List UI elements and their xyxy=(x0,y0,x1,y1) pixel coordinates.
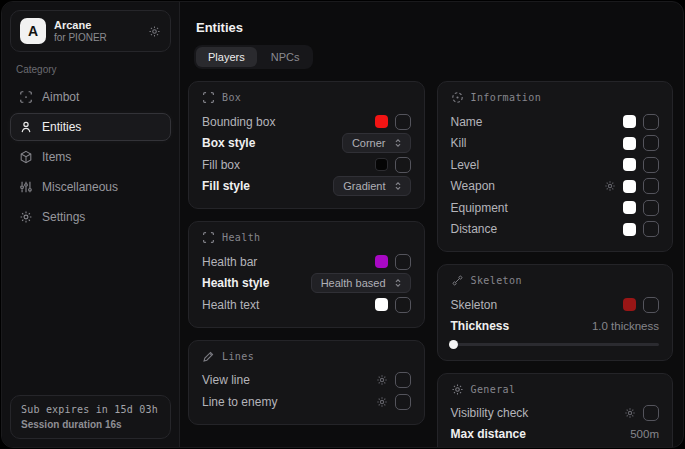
setting-row-max-distance: Max distance 500m xyxy=(451,424,660,444)
chevron-up-down-icon xyxy=(393,181,403,191)
panel-information: Information Name Kill xyxy=(437,81,674,252)
checkbox[interactable] xyxy=(643,114,659,130)
checkbox[interactable] xyxy=(643,405,659,421)
chevron-up-down-icon xyxy=(393,138,403,148)
setting-row-fill-box: Fill box xyxy=(202,154,411,176)
brand-initial: A xyxy=(28,23,38,39)
panel-general: General Visibility check Max distance 50… xyxy=(437,373,674,448)
checkbox[interactable] xyxy=(643,221,659,237)
gear-icon[interactable] xyxy=(148,25,161,38)
bone-icon xyxy=(451,274,464,287)
checkbox[interactable] xyxy=(395,394,411,410)
subscription-card: Sub expires in 15d 03h Session duration … xyxy=(10,395,171,439)
corner-brackets-icon xyxy=(202,91,215,104)
pencil-icon xyxy=(202,350,215,363)
brand-card: A Arcane for PIONER xyxy=(10,10,171,52)
sidebar-item-label: Aimbot xyxy=(42,90,79,104)
page-title: Entities xyxy=(196,20,673,35)
gear-icon xyxy=(451,383,464,396)
checkbox[interactable] xyxy=(395,114,411,130)
setting-row-health-style: Health style Health based xyxy=(202,273,411,295)
sidebar-item-items[interactable]: Items xyxy=(10,143,171,171)
checkbox[interactable] xyxy=(395,254,411,270)
checkbox[interactable] xyxy=(643,200,659,216)
panel-title: Information xyxy=(471,92,542,103)
checkbox[interactable] xyxy=(395,157,411,173)
color-swatch[interactable] xyxy=(623,223,636,236)
sidebar-nav: Aimbot Entities Items Miscellaneous xyxy=(2,83,179,231)
setting-row-weapon: Weapon xyxy=(451,176,660,198)
health-style-dropdown[interactable]: Health based xyxy=(311,273,411,293)
sidebar-item-label: Entities xyxy=(42,120,81,134)
panel-title: General xyxy=(471,384,516,395)
box-style-dropdown[interactable]: Corner xyxy=(342,133,411,153)
setting-row-visibility-check: Visibility check xyxy=(451,403,660,425)
checkbox[interactable] xyxy=(643,297,659,313)
tab-players[interactable]: Players xyxy=(196,47,257,67)
color-swatch[interactable] xyxy=(375,115,388,128)
gear-icon[interactable] xyxy=(624,407,636,419)
setting-row-skeleton: Skeleton xyxy=(451,294,660,316)
sidebar-item-label: Settings xyxy=(42,210,85,224)
brand-logo: A xyxy=(20,18,46,44)
checkbox[interactable] xyxy=(643,178,659,194)
setting-row-level: Level xyxy=(451,154,660,176)
sidebar-item-aimbot[interactable]: Aimbot xyxy=(10,83,171,111)
thickness-value: 1.0 thickness xyxy=(592,320,659,332)
sub-expiry-text: Sub expires in 15d 03h xyxy=(21,404,160,415)
checkbox[interactable] xyxy=(395,297,411,313)
brand-title: Arcane xyxy=(54,19,140,31)
sliders-icon xyxy=(19,180,33,194)
tab-bar: Players NPCs xyxy=(194,45,313,69)
tab-npcs[interactable]: NPCs xyxy=(259,47,312,67)
color-swatch[interactable] xyxy=(623,137,636,150)
color-swatch[interactable] xyxy=(623,115,636,128)
sidebar-item-label: Items xyxy=(42,150,71,164)
max-distance-value: 500m xyxy=(630,428,659,440)
checkbox[interactable] xyxy=(643,157,659,173)
chevron-up-down-icon xyxy=(393,278,403,288)
setting-row-box-style: Box style Corner xyxy=(202,133,411,155)
gear-icon[interactable] xyxy=(376,396,388,408)
color-swatch[interactable] xyxy=(623,158,636,171)
color-swatch[interactable] xyxy=(623,180,636,193)
setting-row-kill: Kill xyxy=(451,133,660,155)
gear-icon[interactable] xyxy=(376,374,388,386)
fill-style-dropdown[interactable]: Gradient xyxy=(333,176,410,196)
cube-icon xyxy=(19,150,33,164)
panel-title: Health xyxy=(222,232,261,243)
panel-lines: Lines View line Line to enemy xyxy=(188,340,425,425)
setting-row-health-text: Health text xyxy=(202,294,411,316)
session-duration-text: Session duration 16s xyxy=(21,419,160,430)
setting-row-equipment: Equipment xyxy=(451,197,660,219)
panel-skeleton: Skeleton Skeleton Thickness 1.0 thicknes… xyxy=(437,264,674,361)
setting-row-thickness: Thickness 1.0 thickness xyxy=(451,316,660,336)
sidebar: A Arcane for PIONER Category Aimbot xyxy=(2,2,180,447)
slider-thumb[interactable] xyxy=(449,340,458,349)
panel-health: Health Health bar Health style Health ba… xyxy=(188,221,425,328)
sidebar-item-entities[interactable]: Entities xyxy=(10,113,171,141)
sidebar-item-miscellaneous[interactable]: Miscellaneous xyxy=(10,173,171,201)
setting-row-health-bar: Health bar xyxy=(202,251,411,273)
setting-row-view-line: View line xyxy=(202,370,411,392)
brand-subtitle: for PIONER xyxy=(54,32,140,43)
color-swatch[interactable] xyxy=(375,158,388,171)
color-swatch[interactable] xyxy=(623,201,636,214)
color-swatch[interactable] xyxy=(623,298,636,311)
panel-title: Lines xyxy=(222,351,254,362)
crosshair-scan-icon xyxy=(19,90,33,104)
setting-row-bounding-box: Bounding box xyxy=(202,111,411,133)
sidebar-item-label: Miscellaneous xyxy=(42,180,118,194)
gear-icon xyxy=(19,210,33,224)
color-swatch[interactable] xyxy=(375,298,388,311)
sidebar-item-settings[interactable]: Settings xyxy=(10,203,171,231)
setting-row-line-to-enemy: Line to enemy xyxy=(202,391,411,413)
thickness-slider[interactable] xyxy=(451,339,660,349)
checkbox[interactable] xyxy=(395,372,411,388)
category-label: Category xyxy=(16,64,165,75)
checkbox[interactable] xyxy=(643,135,659,151)
gear-icon[interactable] xyxy=(604,180,616,192)
panel-box: Box Bounding box Box style Corner xyxy=(188,81,425,209)
color-swatch[interactable] xyxy=(375,255,388,268)
setting-row-name: Name xyxy=(451,111,660,133)
